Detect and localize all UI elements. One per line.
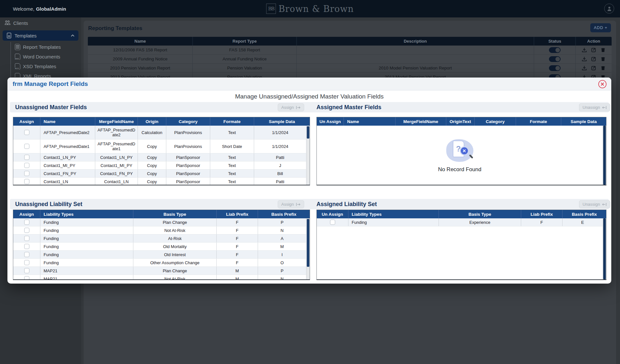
table-row: MAP21 Not At-Risk M N [13,275,306,280]
vertical-scrollbar[interactable] [306,218,310,279]
row-checkbox[interactable] [24,163,29,168]
row-checkbox[interactable] [24,228,29,233]
table-row: Funding Experience F E [317,218,603,226]
column-header: Assign [13,210,40,218]
column-header: Basis Type [439,210,521,218]
column-header: Formate [210,117,254,126]
column-header: Report Type [192,37,296,46]
row-checkbox[interactable] [24,220,29,225]
delete-icon[interactable] [600,47,606,53]
sidebar-item-label: Report Templates [23,44,61,50]
assigned-master-table: Un Assign Name MergeFieldName OriginText… [316,117,606,185]
row-checkbox[interactable] [24,268,29,273]
column-header: Basis Prefix [258,210,310,218]
status-toggle[interactable] [549,47,561,53]
table-row: Contact1_FN_PY Contact1_FN_PY Copy PlanS… [13,170,306,178]
row-checkbox[interactable] [24,171,29,176]
assign-arrow-icon [296,203,301,206]
sidebar-item-clients[interactable]: Clients [0,17,81,28]
table-row: Funding Old Mortality F M [13,243,306,251]
sidebar-item-label: XSD Templates [23,64,56,69]
doc-file-icon: DOC [15,54,20,60]
column-header: MergeFieldName [95,117,138,126]
modal-title: frm Manage Report Fields [13,78,88,90]
download-icon[interactable] [582,56,587,62]
delete-icon[interactable] [600,65,606,71]
table-row: Contact1_LN Contact1_LN Copy PlanSponsor… [13,178,306,185]
report-templates-icon [15,44,20,50]
sidebar-item-label: Word Documents [23,54,60,59]
scrollbar-thumb[interactable] [307,126,309,139]
page-title: Reporting Templates [88,25,142,32]
unassign-arrow-icon [602,203,607,206]
row-checkbox[interactable] [24,244,29,249]
status-toggle[interactable] [549,65,561,71]
sidebar-item-report-templates[interactable]: Report Templates [13,42,81,52]
liability-set-header-band: Unassigned Liability Set Assign Assigned… [10,199,609,209]
add-button[interactable]: ADD + [590,23,611,32]
assigned-master-heading: Assigned Master Fields [316,102,381,112]
row-checkbox[interactable] [24,179,29,184]
unassigned-liability-heading: Unassigned Liability Set [15,199,82,209]
user-avatar[interactable] [604,4,614,14]
column-header: Category [166,117,210,126]
vertical-scrollbar[interactable] [306,126,310,185]
row-checkbox[interactable] [24,130,29,135]
assign-master-button[interactable]: Assign [278,103,304,111]
table-row: Funding At-Risk F A [13,234,306,243]
download-icon[interactable] [582,65,587,71]
column-header: Sample Data [561,117,606,126]
screen: Welcome, GlobalAdmin BB Brown & Brown Cl… [0,0,620,364]
row-checkbox[interactable] [24,155,29,160]
column-header: Basis Prefix [563,210,606,218]
sidebar-item-word-documents[interactable]: DOC Word Documents [13,52,81,61]
unassigned-master-table: Assign Name MergeFieldName Origin Catego… [13,117,310,185]
edit-icon[interactable] [591,56,596,62]
edit-icon[interactable] [591,47,596,53]
column-header: Name [40,117,95,126]
column-header: Name [344,117,396,126]
download-icon[interactable] [582,47,587,53]
table-row: Funding Other Assumption Change F O [13,259,306,267]
table-row: MAP21 Plan Change M P [13,267,306,275]
delete-icon[interactable] [600,56,606,62]
master-fields-header-band: Unassigned Master Fields Assign Assigned… [10,102,609,112]
assign-liability-button[interactable]: Assign [278,200,304,208]
column-header: Category [475,117,516,126]
column-header: Liab Prefix [217,210,258,218]
table-row: AFTAP_PresumedDate2 AFTAP_PresumedDate2 … [13,126,306,140]
sidebar-item-templates[interactable]: Templates [3,30,78,41]
row-checkbox[interactable] [24,144,29,149]
column-header: Un Assign [317,210,348,218]
sidebar-item-label: Templates [15,33,36,38]
column-header: Basis Type [133,210,217,218]
vertical-scrollbar[interactable] [603,126,606,185]
column-header: Liab Prefix [521,210,563,218]
column-header: Formate [516,117,561,126]
no-record-found: ? ✕ No Record Found [317,126,603,185]
row-checkbox[interactable] [24,236,29,241]
unassign-liability-button[interactable]: Unassign [579,200,610,208]
scrollbar-thumb[interactable] [603,126,606,185]
row-checkbox[interactable] [24,276,29,280]
table-row: 12/31/2008 FAS 158 Report FAS 158 Report [88,46,612,55]
column-header: Action [575,37,612,46]
row-checkbox[interactable] [330,220,335,225]
column-header: OriginText [446,117,475,126]
username: GlobalAdmin [36,6,66,12]
status-toggle[interactable] [549,56,561,62]
scrollbar-thumb[interactable] [603,218,606,279]
scrollbar-thumb[interactable] [307,219,309,267]
table-row: Contact1_MI_PY Contact1_MI_PY Copy PlanS… [13,161,306,170]
vertical-scrollbar[interactable] [603,218,606,279]
sidebar-item-xsd-templates[interactable]: XLS XSD Templates [13,61,81,71]
table-header-row: Assign Liability Types Basis Type Liab P… [13,210,310,218]
assigned-liability-table: Un Assign Liability Types Basis Type Lia… [316,210,606,280]
row-checkbox[interactable] [24,252,29,257]
close-icon[interactable] [598,80,607,88]
assign-arrow-icon [296,106,301,109]
unassign-master-button[interactable]: Unassign [579,103,610,111]
table-row: Funding Not At-Risk F N [13,226,306,234]
edit-icon[interactable] [591,65,596,71]
row-checkbox[interactable] [24,260,29,265]
